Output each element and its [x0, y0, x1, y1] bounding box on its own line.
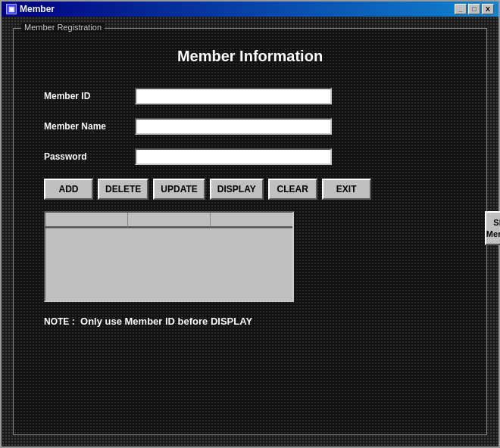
- maximize-button[interactable]: □: [468, 4, 480, 14]
- show-members-label: ShowMembers: [486, 217, 500, 239]
- update-button[interactable]: UPDATE: [153, 179, 205, 200]
- password-group: Password: [29, 148, 471, 165]
- table-header-col1: [45, 213, 128, 228]
- password-input[interactable]: [135, 148, 332, 165]
- note-label: NOTE :: [44, 316, 75, 327]
- members-table: [44, 211, 294, 302]
- form-title: Member Information: [29, 48, 471, 65]
- table-header-col2: [128, 213, 211, 228]
- table-header: [45, 213, 292, 229]
- exit-button[interactable]: EXIT: [322, 179, 371, 200]
- panel-legend: Member Registration: [21, 23, 105, 32]
- close-button[interactable]: X: [482, 4, 494, 14]
- title-bar-controls: _ □ X: [455, 4, 494, 14]
- member-id-input[interactable]: [135, 88, 332, 104]
- title-bar: ▣ Member _ □ X: [2, 2, 498, 17]
- clear-button[interactable]: CLEAR: [268, 179, 317, 200]
- display-button[interactable]: DISPLAY: [210, 179, 264, 200]
- table-body: [45, 229, 292, 301]
- member-name-label: Member Name: [44, 121, 135, 132]
- note-area: NOTE : Only use Member ID before DISPLAY: [29, 316, 471, 327]
- member-name-group: Member Name: [29, 118, 471, 135]
- password-label: Password: [44, 151, 135, 162]
- buttons-row: ADD DELETE UPDATE DISPLAY CLEAR EXIT: [29, 179, 471, 200]
- main-window: ▣ Member _ □ X Member Registration Membe…: [0, 0, 500, 448]
- window-title: Member: [20, 4, 55, 14]
- table-header-col3: [211, 213, 292, 228]
- delete-button[interactable]: DELETE: [98, 179, 148, 200]
- window-body: Member Registration Member Information M…: [2, 17, 498, 446]
- member-id-group: Member ID: [29, 88, 471, 104]
- title-bar-left: ▣ Member: [6, 4, 55, 14]
- member-name-input[interactable]: [135, 118, 332, 135]
- window-icon: ▣: [6, 4, 17, 14]
- note-text: Only use Member ID before DISPLAY: [80, 316, 252, 327]
- member-id-label: Member ID: [44, 91, 135, 101]
- registration-panel: Member Registration Member Information M…: [13, 28, 487, 435]
- show-members-button[interactable]: ShowMembers: [485, 211, 500, 245]
- minimize-button[interactable]: _: [455, 4, 467, 14]
- add-button[interactable]: ADD: [44, 179, 93, 200]
